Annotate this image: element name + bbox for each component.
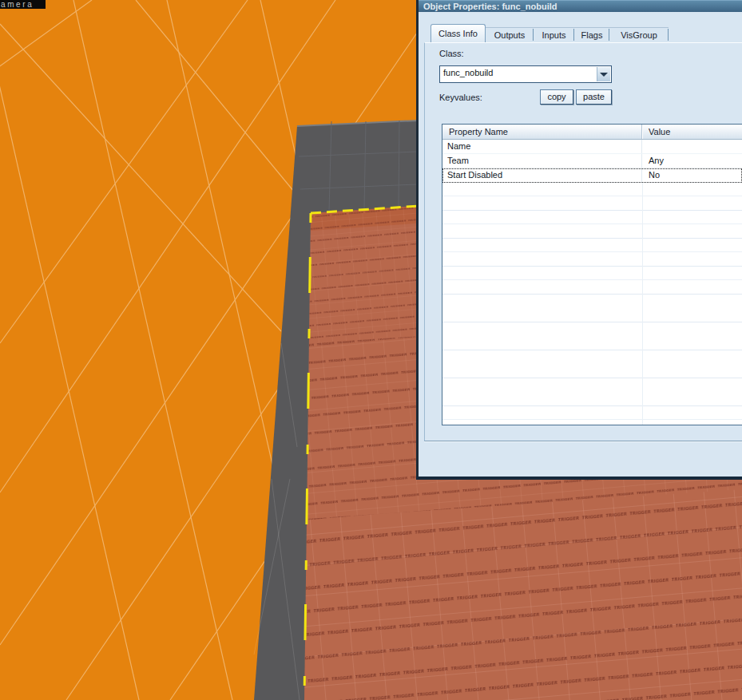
tab-inputs[interactable]: Inputs	[534, 27, 574, 43]
class-label: Class:	[439, 49, 464, 58]
object-properties-dialog: Object Properties: func_nobuild Class In…	[416, 0, 742, 480]
dialog-titlebar[interactable]: Object Properties: func_nobuild	[419, 0, 742, 12]
camera-viewport-label: amera	[0, 0, 46, 9]
class-combobox-value: func_nobuild	[443, 68, 493, 77]
trigger-text-bottom-b	[304, 489, 742, 700]
table-row[interactable]: Name	[442, 140, 742, 154]
class-combobox[interactable]: func_nobuild	[439, 65, 612, 83]
keyvalues-label: Keyvalues:	[439, 93, 482, 102]
dialog-left-border	[416, 0, 419, 480]
tab-flags[interactable]: Flags	[574, 27, 609, 43]
table-header: Property Name Value	[442, 125, 742, 140]
class-combobox-dropdown-button[interactable]	[597, 67, 610, 81]
paste-button[interactable]: paste	[576, 89, 612, 105]
column-header-value[interactable]: Value	[642, 125, 742, 139]
table-row[interactable]: Team Any	[442, 154, 742, 168]
dialog-bottom-border	[416, 477, 742, 480]
table-row-selected[interactable]: Start Disabled No	[442, 168, 742, 183]
chevron-down-icon	[600, 73, 608, 77]
tab-visgroup[interactable]: VisGroup	[609, 27, 669, 43]
keyvalues-table: Property Name Value Name Team Any Start …	[442, 124, 742, 425]
copy-button[interactable]: copy	[540, 89, 573, 105]
tab-outputs[interactable]: Outputs	[486, 27, 534, 43]
dialog-title: Object Properties: func_nobuild	[423, 2, 557, 11]
tab-bar: Class Info Outputs Inputs Flags VisGroup	[431, 24, 669, 43]
tab-class-info[interactable]: Class Info	[431, 24, 486, 43]
table-empty-rows	[442, 183, 742, 425]
column-header-property-name[interactable]: Property Name	[442, 125, 642, 139]
